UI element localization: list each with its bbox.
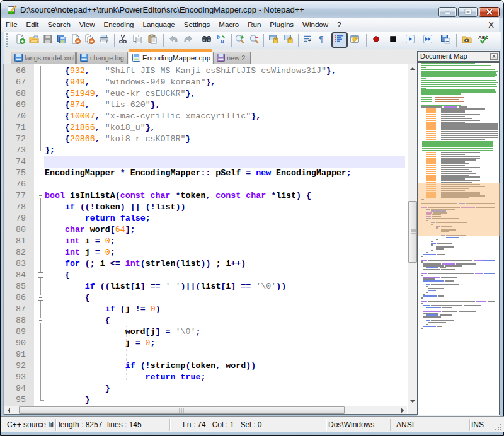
svg-text:b: b <box>217 34 220 40</box>
svg-text:¶: ¶ <box>319 35 324 44</box>
